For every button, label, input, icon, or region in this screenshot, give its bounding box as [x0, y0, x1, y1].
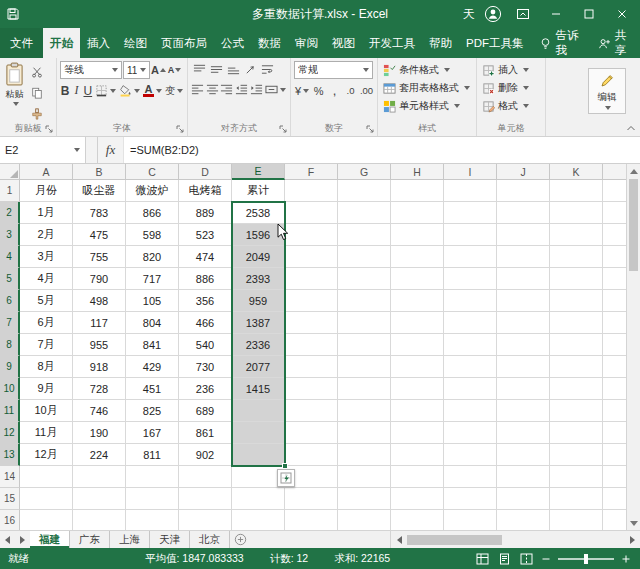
- cell-D2[interactable]: 889: [179, 202, 232, 224]
- cell-B12[interactable]: 190: [73, 422, 126, 444]
- borders-button[interactable]: [94, 82, 117, 99]
- cell-A4[interactable]: 3月: [20, 246, 73, 268]
- cell-A8[interactable]: 7月: [20, 334, 73, 356]
- cell-C3[interactable]: 598: [126, 224, 179, 246]
- ribbon-tab-文件[interactable]: 文件: [0, 28, 43, 58]
- row-header-12[interactable]: 12: [0, 422, 20, 444]
- vertical-scroll-thumb[interactable]: [629, 179, 638, 271]
- cell-K14[interactable]: [550, 466, 603, 488]
- normal-view-icon[interactable]: [474, 551, 490, 567]
- scroll-up-arrow[interactable]: [630, 165, 638, 177]
- cell-A16[interactable]: [20, 510, 73, 530]
- cell-I16[interactable]: [444, 510, 497, 530]
- new-sheet-button[interactable]: [230, 531, 250, 548]
- cell-K7[interactable]: [550, 312, 603, 334]
- ribbon-tab-页面布局[interactable]: 页面布局: [154, 28, 214, 58]
- decrease-decimal-button[interactable]: .00: [359, 82, 374, 99]
- cell-H8[interactable]: [391, 334, 444, 356]
- cell-E5[interactable]: 2393: [232, 268, 285, 290]
- cell-I14[interactable]: [444, 466, 497, 488]
- cell-C4[interactable]: 820: [126, 246, 179, 268]
- cell-B10[interactable]: 728: [73, 378, 126, 400]
- cell-A1[interactable]: 月份: [20, 180, 73, 202]
- cell-J15[interactable]: [497, 488, 550, 510]
- cell-E1[interactable]: 累计: [232, 180, 285, 202]
- cell-K5[interactable]: [550, 268, 603, 290]
- column-header-C[interactable]: C: [126, 164, 179, 180]
- cell-J5[interactable]: [497, 268, 550, 290]
- column-header-G[interactable]: G: [338, 164, 391, 180]
- cell-E12[interactable]: [232, 422, 285, 444]
- format-cells-button[interactable]: 格式: [480, 97, 542, 115]
- column-header-B[interactable]: B: [73, 164, 126, 180]
- cell-K1[interactable]: [550, 180, 603, 202]
- quick-analysis-button[interactable]: [277, 469, 295, 487]
- zoom-slider-thumb[interactable]: [584, 554, 588, 564]
- cell-G16[interactable]: [338, 510, 391, 530]
- cell-D11[interactable]: 689: [179, 400, 232, 422]
- row-header-6[interactable]: 6: [0, 290, 20, 312]
- share-button[interactable]: 共享: [588, 28, 640, 58]
- font-name-select[interactable]: 等线: [60, 61, 122, 79]
- cell-G1[interactable]: [338, 180, 391, 202]
- shrink-font-button[interactable]: A: [167, 62, 182, 79]
- percent-style-button[interactable]: %: [311, 82, 326, 99]
- cell-G11[interactable]: [338, 400, 391, 422]
- user-avatar-icon[interactable]: [484, 5, 502, 23]
- cell-E10[interactable]: 1415: [232, 378, 285, 400]
- column-header-F[interactable]: F: [285, 164, 338, 180]
- sheet-nav-left-arrow[interactable]: [0, 531, 15, 548]
- cell-F3[interactable]: [285, 224, 338, 246]
- font-color-button[interactable]: A: [142, 82, 163, 99]
- zoom-slider[interactable]: [558, 558, 614, 560]
- cell-F10[interactable]: [285, 378, 338, 400]
- cell-A3[interactable]: 2月: [20, 224, 73, 246]
- cell-J13[interactable]: [497, 444, 550, 466]
- cell-G2[interactable]: [338, 202, 391, 224]
- horizontal-scrollbar[interactable]: [390, 531, 640, 548]
- column-header-J[interactable]: J: [497, 164, 550, 180]
- cell-E6[interactable]: 959: [232, 290, 285, 312]
- cell-B3[interactable]: 475: [73, 224, 126, 246]
- ribbon-tab-开始[interactable]: 开始: [43, 28, 80, 58]
- number-dialog-launcher[interactable]: [366, 125, 375, 134]
- sheet-tab-福建[interactable]: 福建: [30, 531, 70, 548]
- cell-F15[interactable]: [285, 488, 338, 510]
- cell-K4[interactable]: [550, 246, 603, 268]
- cell-G10[interactable]: [338, 378, 391, 400]
- cell-B2[interactable]: 783: [73, 202, 126, 224]
- cell-B8[interactable]: 955: [73, 334, 126, 356]
- collapse-ribbon-icon[interactable]: [625, 123, 637, 133]
- row-header-13[interactable]: 13: [0, 444, 20, 466]
- hscroll-left-arrow[interactable]: [393, 536, 405, 544]
- cell-I5[interactable]: [444, 268, 497, 290]
- cell-I8[interactable]: [444, 334, 497, 356]
- name-box-splitter[interactable]: [86, 137, 98, 163]
- cell-F11[interactable]: [285, 400, 338, 422]
- select-all-button[interactable]: [0, 164, 20, 180]
- cell-F12[interactable]: [285, 422, 338, 444]
- phonetic-guide-button[interactable]: 变: [164, 82, 184, 99]
- cell-G4[interactable]: [338, 246, 391, 268]
- zoom-out-icon[interactable]: [540, 553, 552, 565]
- cell-E15[interactable]: [232, 488, 285, 510]
- cell-A13[interactable]: 12月: [20, 444, 73, 466]
- cell-J4[interactable]: [497, 246, 550, 268]
- cell-K8[interactable]: [550, 334, 603, 356]
- tell-me-button[interactable]: 告诉我: [531, 28, 588, 58]
- ribbon-tab-绘图[interactable]: 绘图: [117, 28, 154, 58]
- comma-style-button[interactable]: ,: [327, 82, 342, 99]
- cell-C7[interactable]: 804: [126, 312, 179, 334]
- alignment-dialog-launcher[interactable]: [279, 125, 288, 134]
- cell-A14[interactable]: [20, 466, 73, 488]
- cell-K12[interactable]: [550, 422, 603, 444]
- cell-F1[interactable]: [285, 180, 338, 202]
- paste-button[interactable]: 粘贴: [3, 61, 26, 122]
- align-bottom-icon[interactable]: [225, 61, 241, 78]
- cell-H12[interactable]: [391, 422, 444, 444]
- cell-D12[interactable]: 861: [179, 422, 232, 444]
- fill-color-button[interactable]: [118, 82, 141, 99]
- cell-J7[interactable]: [497, 312, 550, 334]
- align-right-icon[interactable]: [220, 81, 234, 98]
- cell-D10[interactable]: 236: [179, 378, 232, 400]
